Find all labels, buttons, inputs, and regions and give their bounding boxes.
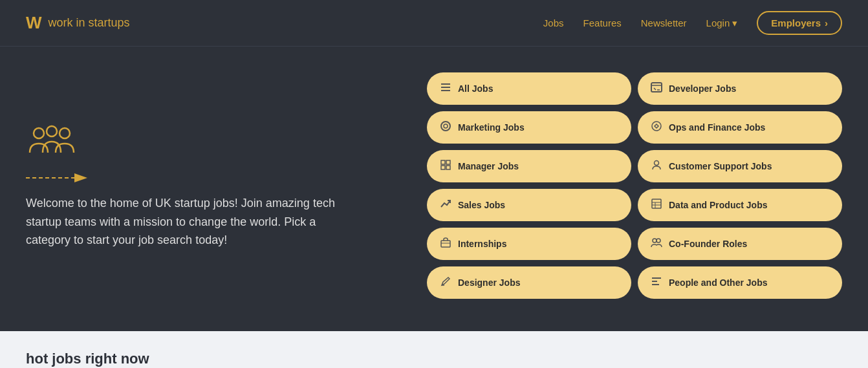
people-other-icon bbox=[651, 276, 662, 290]
category-co-founder[interactable]: Co-Founder Roles bbox=[638, 228, 842, 260]
nav-jobs[interactable]: Jobs bbox=[543, 17, 564, 28]
svg-marker-4 bbox=[74, 173, 87, 182]
svg-point-19 bbox=[655, 161, 659, 166]
category-internships[interactable]: Internships bbox=[427, 228, 631, 260]
category-designer-jobs[interactable]: Designer Jobs bbox=[427, 266, 631, 299]
sales-jobs-label: Sales Jobs bbox=[458, 200, 505, 210]
nav-features[interactable]: Features bbox=[583, 17, 622, 28]
main-nav: Jobs Features Newsletter Login ▾ Employe… bbox=[543, 11, 842, 35]
svg-point-12 bbox=[441, 122, 450, 131]
svg-rect-20 bbox=[652, 199, 661, 208]
marketing-jobs-label: Marketing Jobs bbox=[458, 122, 525, 133]
developer-jobs-label: Developer Jobs bbox=[669, 83, 736, 94]
category-manager-jobs[interactable]: Manager Jobs bbox=[427, 150, 631, 182]
hero-left: Welcome to the home of UK startup jobs! … bbox=[26, 122, 427, 250]
category-all-jobs[interactable]: All Jobs bbox=[427, 72, 631, 105]
arrow-dashed-icon bbox=[26, 168, 91, 188]
logo-icon: W bbox=[26, 13, 42, 33]
internships-label: Internships bbox=[458, 239, 506, 249]
manager-jobs-label: Manager Jobs bbox=[458, 161, 519, 171]
svg-point-26 bbox=[653, 239, 656, 243]
co-founder-icon bbox=[651, 237, 662, 251]
category-people-other[interactable]: People and Other Jobs bbox=[638, 266, 842, 299]
svg-point-14 bbox=[652, 122, 661, 131]
svg-point-13 bbox=[444, 124, 448, 128]
svg-rect-16 bbox=[446, 160, 450, 164]
hot-jobs-section: hot jobs right now fulltime Sales Develo… bbox=[0, 331, 868, 368]
designer-jobs-icon bbox=[440, 276, 451, 290]
svg-rect-8 bbox=[651, 83, 662, 92]
svg-point-2 bbox=[60, 128, 70, 138]
svg-point-27 bbox=[656, 239, 660, 243]
category-customer-support[interactable]: Customer Support Jobs bbox=[638, 150, 842, 182]
hero-section: Welcome to the home of UK startup jobs! … bbox=[0, 47, 868, 331]
people-group-icon bbox=[26, 122, 414, 163]
data-product-icon bbox=[651, 198, 662, 212]
svg-line-10 bbox=[654, 88, 656, 90]
job-categories-grid: All Jobs Developer Jobs Marketing Jobs O… bbox=[427, 72, 842, 299]
developer-jobs-icon bbox=[651, 81, 662, 96]
sales-jobs-icon bbox=[440, 198, 451, 212]
all-jobs-label: All Jobs bbox=[458, 83, 493, 94]
category-marketing-jobs[interactable]: Marketing Jobs bbox=[427, 111, 631, 144]
manager-jobs-icon bbox=[440, 159, 451, 173]
employers-button[interactable]: Employers › bbox=[757, 11, 842, 35]
category-ops-finance-jobs[interactable]: Ops and Finance Jobs bbox=[638, 111, 842, 144]
category-sales-jobs[interactable]: Sales Jobs bbox=[427, 189, 631, 221]
nav-newsletter[interactable]: Newsletter bbox=[641, 17, 687, 28]
svg-rect-18 bbox=[446, 166, 450, 169]
chevron-down-icon: ▾ bbox=[732, 17, 737, 29]
svg-rect-17 bbox=[441, 166, 445, 169]
people-other-label: People and Other Jobs bbox=[669, 277, 767, 288]
internships-icon bbox=[440, 237, 451, 251]
svg-rect-15 bbox=[441, 160, 445, 164]
logo-area[interactable]: W work in startups bbox=[26, 13, 130, 33]
all-jobs-icon bbox=[440, 81, 451, 96]
ops-finance-icon bbox=[651, 120, 662, 135]
data-product-label: Data and Product Jobs bbox=[669, 200, 767, 210]
svg-rect-24 bbox=[441, 241, 450, 247]
header: W work in startups Jobs Features Newslet… bbox=[0, 0, 868, 47]
co-founder-label: Co-Founder Roles bbox=[669, 239, 747, 249]
category-data-product[interactable]: Data and Product Jobs bbox=[638, 189, 842, 221]
customer-support-label: Customer Support Jobs bbox=[669, 161, 772, 171]
ops-finance-label: Ops and Finance Jobs bbox=[669, 122, 765, 133]
designer-jobs-label: Designer Jobs bbox=[458, 277, 520, 288]
category-developer-jobs[interactable]: Developer Jobs bbox=[638, 72, 842, 105]
logo-text: work in startups bbox=[49, 16, 130, 30]
chevron-right-icon: › bbox=[825, 17, 828, 28]
hero-tagline: Welcome to the home of UK startup jobs! … bbox=[26, 194, 349, 250]
nav-login[interactable]: Login ▾ bbox=[706, 17, 738, 29]
svg-point-0 bbox=[34, 128, 44, 138]
hot-jobs-title: hot jobs right now bbox=[26, 351, 842, 367]
marketing-jobs-icon bbox=[440, 120, 451, 135]
customer-support-icon bbox=[651, 159, 662, 173]
svg-point-1 bbox=[47, 126, 57, 136]
